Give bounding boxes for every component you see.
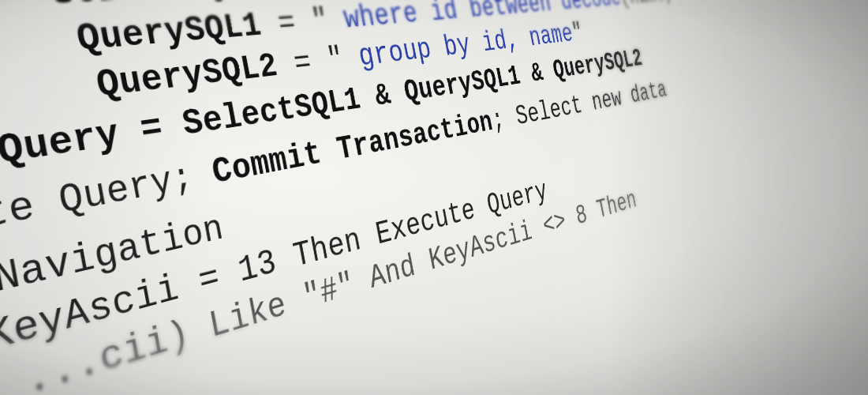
code-photo-scene: ...se provider", username=dbuser;Passw D…: [0, 0, 868, 395]
code-text: = ": [274, 40, 362, 85]
code-text: = ": [257, 2, 347, 44]
code-page: ...se provider", username=dbuser;Passw D…: [0, 0, 780, 395]
